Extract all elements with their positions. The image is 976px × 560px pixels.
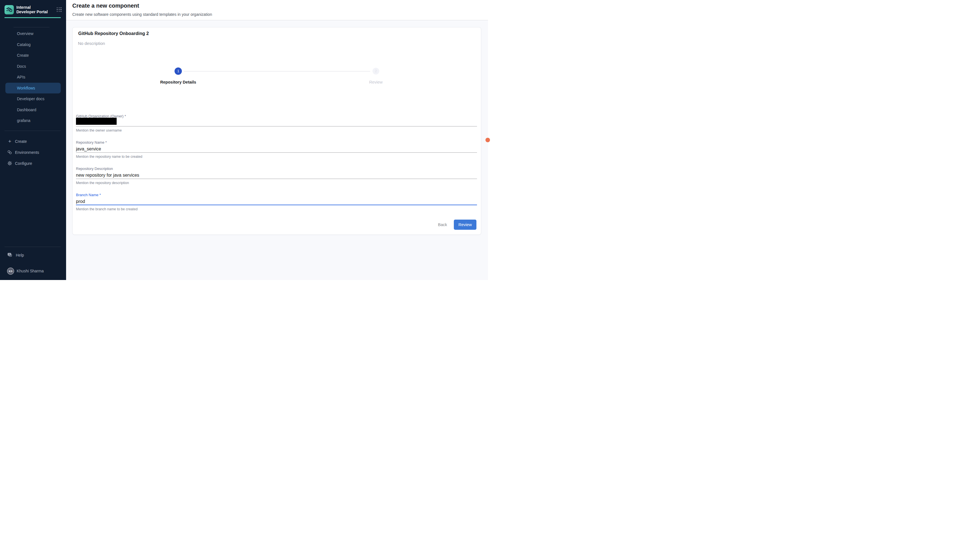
apps-grid-icon[interactable]	[57, 7, 62, 12]
sidebar-item-grafana[interactable]: grafana	[0, 115, 66, 126]
repository-description-label: Repository Description	[76, 167, 477, 171]
branch-name-input[interactable]	[76, 198, 477, 205]
svg-text:?: ?	[9, 253, 10, 256]
sidebar-item-create[interactable]: Create	[0, 50, 66, 61]
redaction-box	[76, 118, 117, 125]
sidebar-action-create-label: Create	[15, 139, 27, 144]
avatar: KS	[7, 268, 14, 275]
repository-details-form: GitHub Organization (Owner) * Mention th…	[76, 114, 477, 219]
stepper-step-1-circle: 1	[175, 67, 182, 75]
sidebar-action-configure-label: Configure	[15, 161, 32, 166]
sidebar-item-dashboard[interactable]: Dashboard	[0, 105, 66, 115]
sidebar-nav-secondary: + Create Environments	[0, 136, 66, 169]
sidebar: Internal Developer Portal Overview Catal…	[0, 0, 66, 280]
app-title: Internal Developer Portal	[17, 5, 51, 14]
help-chat-icon: ?	[7, 253, 13, 258]
gear-icon	[7, 161, 12, 166]
sidebar-divider-middle	[5, 131, 61, 131]
page-title: Create a new component	[72, 3, 139, 9]
user-name: Khushi Sharma	[17, 269, 44, 273]
page-header: Create a new component Create new softwa…	[66, 0, 488, 20]
sidebar-item-developer-docs[interactable]: Developer docs	[0, 93, 66, 105]
sidebar-divider-bottom	[5, 247, 61, 247]
help-label: Help	[16, 253, 24, 257]
field-repository-description: Repository Description Mention the repos…	[76, 167, 477, 185]
sidebar-accent-rule	[5, 17, 61, 18]
template-title: GitHub Repository Onboarding 2	[78, 31, 149, 36]
sidebar-item-catalog[interactable]: Catalog	[0, 39, 66, 50]
repository-name-label: Repository Name *	[76, 140, 477, 145]
app-logo-row[interactable]: Internal Developer Portal	[5, 5, 62, 15]
sidebar-item-apis[interactable]: APIs	[0, 72, 66, 83]
sidebar-action-configure[interactable]: Configure	[0, 158, 66, 169]
sidebar-action-create[interactable]: + Create	[0, 136, 66, 147]
repository-name-helper: Mention the repository name to be create…	[76, 155, 477, 159]
template-description: No description	[78, 41, 105, 46]
sidebar-item-overview[interactable]: Overview	[0, 28, 66, 39]
user-menu[interactable]: KS Khushi Sharma	[7, 267, 44, 275]
stepper-step-2-circle: 2	[372, 68, 379, 75]
sidebar-action-environments[interactable]: Environments	[0, 147, 66, 158]
form-actions: Back Review	[435, 220, 476, 230]
back-button[interactable]: Back	[435, 220, 450, 229]
template-card: GitHub Repository Onboarding 2 No descri…	[72, 27, 481, 235]
sidebar-action-environments-label: Environments	[15, 150, 39, 155]
feedback-widget-dot[interactable]	[485, 138, 488, 142]
sidebar-help[interactable]: ? Help	[7, 252, 24, 258]
field-repository-name: Repository Name * Mention the repository…	[76, 140, 477, 159]
plus-icon: +	[7, 139, 12, 144]
stepper-connector	[184, 71, 370, 72]
environments-icon	[7, 150, 12, 155]
github-organization-helper: Mention the owner username	[76, 128, 477, 133]
page-subtitle: Create new software components using sta…	[72, 12, 212, 17]
sidebar-divider-top	[13, 27, 49, 27]
app-logo-icon	[5, 5, 14, 14]
repository-description-helper: Mention the repository description	[76, 181, 477, 185]
review-button[interactable]: Review	[454, 220, 476, 230]
repository-description-input[interactable]	[76, 172, 477, 179]
field-github-organization: GitHub Organization (Owner) * Mention th…	[76, 114, 477, 133]
stepper-step-1-label: Repository Details	[144, 80, 212, 84]
sidebar-item-docs[interactable]: Docs	[0, 61, 66, 72]
sidebar-nav-primary: Overview Catalog Create Docs APIs Workfl…	[0, 28, 66, 126]
stepper-step-2-label: Review	[342, 80, 410, 84]
github-organization-input[interactable]	[76, 119, 477, 126]
sidebar-item-workflows[interactable]: Workflows	[5, 83, 61, 94]
field-branch-name: Branch Name * Mention the branch name to…	[76, 193, 477, 212]
branch-name-helper: Mention the branch name to be created	[76, 207, 477, 212]
repository-name-input[interactable]	[76, 145, 477, 152]
github-organization-label: GitHub Organization (Owner) *	[76, 114, 477, 118]
main-content: Create a new component Create new softwa…	[66, 0, 488, 280]
branch-name-label: Branch Name *	[76, 193, 477, 197]
